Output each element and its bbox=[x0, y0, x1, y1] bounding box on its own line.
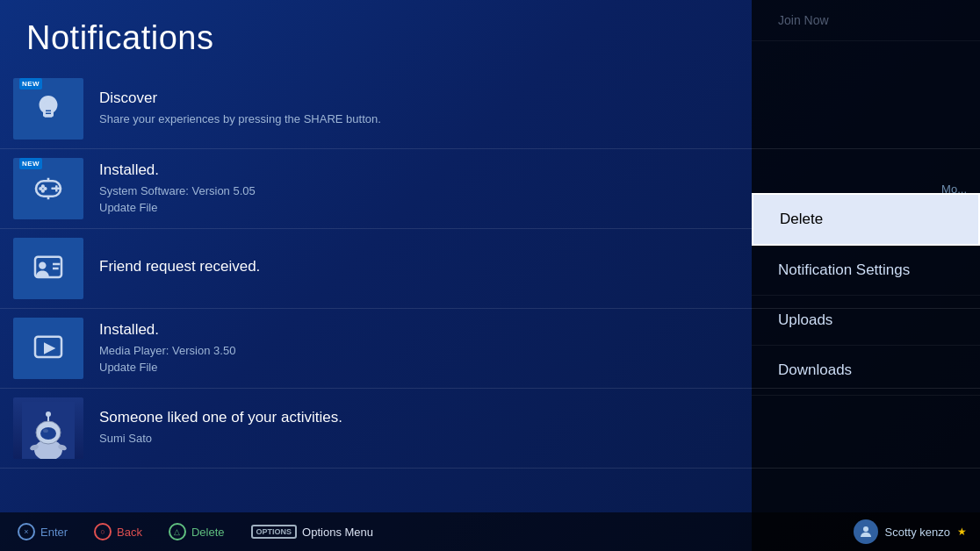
options-label: Options Menu bbox=[302, 526, 373, 539]
svg-point-28 bbox=[863, 526, 868, 532]
delete-label: Delete bbox=[191, 526, 225, 539]
notification-avatar bbox=[13, 397, 83, 459]
lightbulb-icon bbox=[32, 93, 64, 125]
notification-icon-friend bbox=[13, 238, 83, 299]
new-badge: NEW bbox=[19, 78, 42, 89]
cross-icon: × bbox=[18, 523, 35, 540]
notification-title: Someone liked one of your activities. bbox=[99, 409, 967, 426]
context-menu: Delete Notification Settings Uploads Dow… bbox=[752, 193, 980, 396]
notification-text: Discover Share your experiences by press… bbox=[99, 89, 967, 128]
right-item-label: Join Now bbox=[778, 13, 954, 27]
notification-title: Installed. bbox=[99, 161, 933, 179]
context-menu-item-notification-settings[interactable]: Notification Settings bbox=[752, 246, 980, 296]
circle-icon: ○ bbox=[94, 523, 112, 540]
list-item[interactable]: NEW Discover Share your experiences by p… bbox=[0, 69, 980, 149]
right-side-panel: Join Now bbox=[752, 0, 980, 41]
svg-point-21 bbox=[40, 427, 56, 440]
triangle-icon: △ bbox=[169, 523, 186, 540]
gamepad-icon bbox=[30, 170, 67, 207]
bottom-bar: × Enter ○ Back △ Delete OPTIONS Options … bbox=[0, 512, 980, 551]
delete-button[interactable]: △ Delete bbox=[169, 523, 225, 540]
avatar-image bbox=[13, 397, 83, 459]
context-menu-item-uploads[interactable]: Uploads bbox=[752, 296, 980, 346]
right-panel-item-1: Join Now bbox=[752, 0, 980, 41]
options-menu-button[interactable]: OPTIONS Options Menu bbox=[251, 525, 373, 539]
options-icon: OPTIONS bbox=[251, 525, 298, 539]
notification-subtitle: Sumi Sato bbox=[99, 430, 967, 447]
notification-subtitle: Share your experiences by pressing the S… bbox=[99, 111, 967, 128]
svg-point-5 bbox=[39, 187, 42, 190]
user-info: Scotty kenzo ★ bbox=[840, 512, 980, 551]
back-label: Back bbox=[117, 526, 142, 539]
notification-icon-media bbox=[13, 318, 83, 379]
list-item[interactable]: Someone liked one of your activities. Su… bbox=[0, 389, 980, 469]
notification-title: Discover bbox=[99, 89, 967, 107]
svg-rect-9 bbox=[54, 188, 60, 190]
new-badge: NEW bbox=[19, 158, 42, 169]
svg-point-25 bbox=[46, 411, 51, 417]
svg-marker-17 bbox=[44, 342, 55, 354]
username: Scotty kenzo bbox=[885, 526, 950, 539]
notification-text: Someone liked one of your activities. Su… bbox=[99, 409, 967, 447]
user-star-icon: ★ bbox=[957, 526, 967, 538]
user-avatar bbox=[854, 519, 878, 544]
context-menu-item-downloads[interactable]: Downloads bbox=[752, 346, 980, 396]
svg-rect-1 bbox=[45, 116, 53, 118]
svg-rect-7 bbox=[52, 188, 54, 190]
robot-avatar-icon bbox=[18, 402, 79, 459]
svg-point-13 bbox=[39, 262, 46, 269]
back-button[interactable]: ○ Back bbox=[94, 523, 142, 540]
enter-label: Enter bbox=[40, 526, 68, 539]
friend-request-icon bbox=[31, 251, 66, 286]
enter-button[interactable]: × Enter bbox=[18, 523, 68, 540]
context-menu-item-delete[interactable]: Delete bbox=[752, 193, 980, 246]
svg-point-6 bbox=[43, 187, 47, 190]
svg-point-22 bbox=[43, 429, 48, 433]
user-avatar-icon bbox=[858, 524, 874, 540]
svg-point-0 bbox=[44, 100, 54, 110]
media-player-icon bbox=[31, 331, 66, 366]
